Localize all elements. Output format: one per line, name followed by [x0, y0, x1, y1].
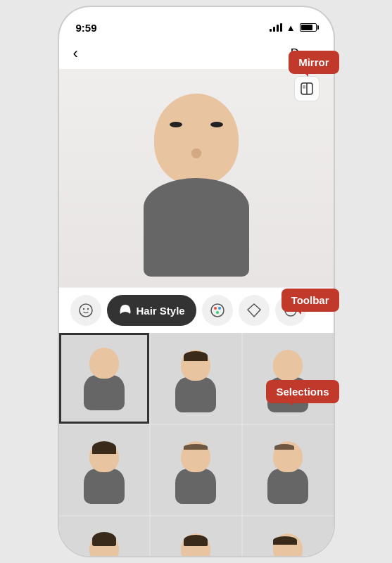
hair-style-button[interactable]: Hair Style	[107, 295, 196, 326]
svg-point-3	[80, 304, 92, 317]
toolbar-icon-face[interactable]	[70, 295, 101, 326]
list-item[interactable]	[243, 425, 334, 516]
list-item[interactable]	[151, 425, 241, 516]
avatar-nose	[191, 148, 201, 158]
list-item[interactable]	[59, 517, 150, 556]
selections-annotation: Selections	[266, 380, 339, 403]
svg-rect-2	[303, 85, 305, 89]
status-bar: 9:59 ▲	[59, 7, 334, 38]
mini-body	[84, 469, 125, 504]
svg-point-9	[216, 311, 219, 314]
selections-grid	[59, 333, 334, 556]
mini-head-bald	[89, 348, 119, 379]
mini-hair	[273, 536, 297, 545]
face-icon	[78, 303, 94, 318]
mini-head-bald-2	[273, 350, 303, 381]
avatar-figure	[126, 80, 267, 277]
avatar-head	[154, 94, 239, 185]
list-item[interactable]	[243, 517, 334, 556]
svg-marker-10	[248, 304, 260, 317]
list-item[interactable]	[59, 425, 150, 516]
avatar-area	[59, 69, 334, 287]
diamond-icon	[246, 303, 262, 318]
mini-body	[175, 377, 216, 412]
status-time: 9:59	[76, 22, 97, 34]
mini-hair-partial	[274, 444, 294, 450]
toolbar-icon-palette[interactable]	[202, 295, 233, 326]
mini-head-dark-2	[89, 441, 119, 472]
mini-hair-partial	[184, 444, 208, 450]
mini-hair	[184, 535, 208, 546]
svg-point-8	[218, 307, 221, 310]
mini-body	[267, 469, 308, 504]
avatar-body	[144, 178, 249, 277]
back-button[interactable]: ‹	[73, 44, 78, 63]
mirror-annotation: Mirror	[289, 51, 339, 74]
wifi-icon: ▲	[286, 23, 296, 33]
svg-point-4	[82, 308, 84, 310]
mini-head-dark-6	[181, 533, 210, 556]
hair-style-label: Hair Style	[137, 305, 185, 317]
toolbar-annotation: Toolbar	[282, 289, 339, 312]
mini-hair	[92, 441, 116, 454]
mini-head-dark-7	[273, 533, 303, 556]
mini-head-dark-1	[181, 350, 210, 381]
battery-icon	[300, 23, 317, 32]
mini-hair	[92, 532, 116, 546]
list-item[interactable]	[151, 517, 241, 556]
list-item[interactable]	[59, 333, 150, 424]
mini-head-dark-4	[273, 441, 303, 472]
mirror-icon	[300, 82, 314, 96]
status-icons: ▲	[270, 23, 317, 33]
mini-head-dark-3	[181, 441, 210, 472]
svg-point-6	[211, 304, 224, 317]
svg-point-7	[214, 307, 217, 310]
palette-icon	[210, 303, 225, 318]
list-item[interactable]	[151, 333, 241, 424]
mini-body	[175, 469, 216, 504]
hair-icon	[118, 303, 132, 317]
selections-area	[59, 333, 334, 556]
svg-point-5	[87, 308, 88, 310]
toolbar-icon-diamond[interactable]	[239, 295, 270, 326]
signal-icon	[270, 23, 282, 32]
mini-body	[84, 375, 125, 410]
mini-hair	[184, 351, 208, 361]
mini-head-dark-5	[89, 533, 119, 556]
